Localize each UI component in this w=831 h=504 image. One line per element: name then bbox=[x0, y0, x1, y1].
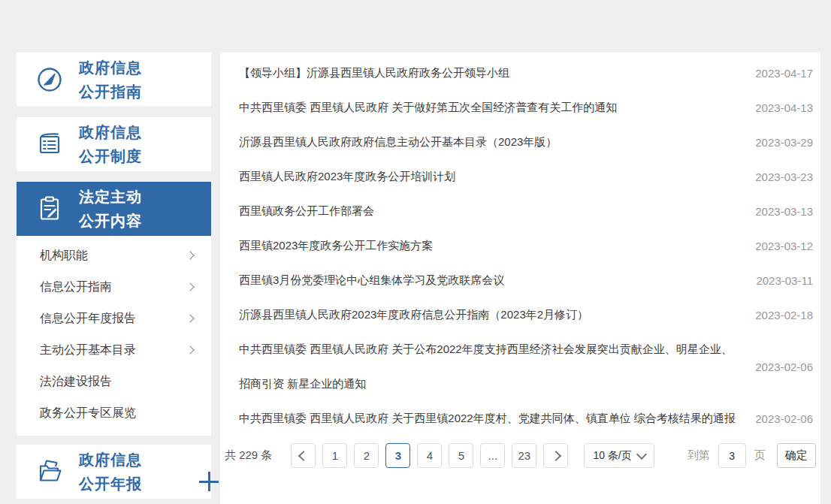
compass-icon bbox=[34, 65, 65, 95]
page-button[interactable]: 4 bbox=[417, 443, 442, 468]
chevron-right-icon bbox=[186, 282, 194, 291]
news-date: 2023-03-29 bbox=[755, 136, 813, 149]
news-list: 【领导小组】沂源县西里镇人民政府政务公开领导小组 2023-04-17 中共西里… bbox=[220, 53, 820, 436]
submenu-label: 信息公开年度报告 bbox=[40, 311, 136, 327]
chevron-right-icon bbox=[186, 314, 194, 322]
page-size-select[interactable]: 10 条/页 bbox=[584, 443, 654, 468]
news-date: 2023-03-23 bbox=[755, 171, 813, 183]
sidebar-item-label: 政府信息 公开制度 bbox=[79, 120, 142, 168]
news-date: 2023-04-17 bbox=[755, 67, 813, 80]
news-row: 西里镇人民政府2023年度政务公开培训计划 2023-03-23 bbox=[239, 159, 813, 194]
page-size-value: 10 条/页 bbox=[593, 449, 631, 463]
news-title[interactable]: 西里镇3月份党委理论中心组集体学习及党政联席会议 bbox=[239, 263, 756, 297]
news-title[interactable]: 西里镇政务公开工作部署会 bbox=[239, 194, 755, 228]
chevron-down-icon bbox=[636, 448, 647, 459]
next-page-button[interactable] bbox=[543, 443, 568, 468]
submenu-item[interactable]: 信息公开年度报告 bbox=[17, 303, 211, 334]
prev-page-button[interactable] bbox=[291, 443, 316, 468]
chevron-left-icon bbox=[298, 450, 309, 460]
confirm-button[interactable]: 确定 bbox=[777, 443, 816, 468]
sidebar-item-gov-info-system[interactable]: 政府信息 公开制度 bbox=[17, 117, 211, 171]
news-title[interactable]: 中共西里镇委 西里镇人民政府 关于做好第五次全国经济普查有关工作的通知 bbox=[239, 90, 755, 125]
news-title[interactable]: 【领导小组】沂源县西里镇人民政府政务公开领导小组 bbox=[239, 56, 755, 90]
sidebar-item-label: 政府信息 公开年报 bbox=[79, 448, 142, 496]
news-title[interactable]: 中共西里镇委 西里镇人民政府 关于公布2022年度支持西里经济社会发展突出贡献企… bbox=[239, 332, 755, 401]
news-title[interactable]: 沂源县西里镇人民政府政府信息主动公开基本目录（2023年版） bbox=[239, 125, 755, 159]
news-row: 西里镇3月份党委理论中心组集体学习及党政联席会议 2023-03-11 bbox=[239, 263, 813, 297]
news-row: 沂源县西里镇人民政府政府信息主动公开基本目录（2023年版） 2023-03-2… bbox=[239, 125, 813, 159]
page-button[interactable]: 5 bbox=[449, 443, 473, 468]
sidebar-item-gov-info-guide[interactable]: 政府信息 公开指南 bbox=[17, 53, 211, 107]
submenu-item[interactable]: 法治建设报告 bbox=[17, 366, 211, 397]
submenu-item[interactable]: 信息公开指南 bbox=[17, 271, 211, 303]
submenu-label: 机构职能 bbox=[40, 248, 88, 264]
page-button[interactable]: 1 bbox=[322, 443, 347, 468]
news-date: 2023-02-06 bbox=[755, 361, 813, 373]
chevron-right-icon bbox=[186, 251, 194, 259]
total-count: 共 229 条 bbox=[225, 448, 272, 463]
submenu-item[interactable]: 主动公开基本目录 bbox=[17, 334, 211, 366]
pagination-ellipsis[interactable]: ... bbox=[480, 443, 505, 468]
sidebar-item-label: 法定主动 公开内容 bbox=[79, 185, 142, 233]
submenu-label: 政务公开专区展览 bbox=[40, 406, 136, 421]
chevron-right-icon bbox=[186, 346, 194, 354]
news-row: 中共西里镇委 西里镇人民政府 关于西里镇2022年度村、党建共同体、镇直单位 综… bbox=[239, 401, 813, 436]
submenu-item[interactable]: 政务公开专区展览 bbox=[17, 397, 211, 429]
page-button[interactable]: 23 bbox=[512, 443, 536, 468]
news-title[interactable]: 沂源县西里镇人民政府2023年度政府信息公开指南（2023年2月修订） bbox=[239, 297, 755, 332]
sidebar-item-statutory-disclosure[interactable]: 法定主动 公开内容 bbox=[17, 182, 211, 236]
clipboard-pen-icon bbox=[34, 194, 65, 224]
ledger-icon bbox=[34, 129, 65, 159]
goto-page-label: 到第 bbox=[687, 448, 710, 463]
news-date: 2023-04-13 bbox=[755, 101, 813, 114]
sidebar-item-annual-report[interactable]: 政府信息 公开年报 bbox=[17, 445, 211, 499]
submenu-label: 主动公开基本目录 bbox=[40, 343, 136, 358]
page-button[interactable]: 3 bbox=[385, 443, 410, 468]
news-date: 2023-03-13 bbox=[755, 205, 813, 218]
news-row: 中共西里镇委 西里镇人民政府 关于做好第五次全国经济普查有关工作的通知 2023… bbox=[239, 90, 813, 125]
news-row: 沂源县西里镇人民政府2023年度政府信息公开指南（2023年2月修订） 2023… bbox=[239, 297, 813, 332]
news-title[interactable]: 西里镇2023年度政务公开工作实施方案 bbox=[239, 228, 755, 263]
sidebar-submenu: 机构职能 信息公开指南 信息公开年度报告 主动公开基本目录 法治建设报告 政务公… bbox=[17, 236, 211, 436]
goto-page: 到第 页 确定 bbox=[687, 443, 816, 468]
news-title[interactable]: 中共西里镇委 西里镇人民政府 关于西里镇2022年度村、党建共同体、镇直单位 综… bbox=[239, 401, 755, 436]
sidebar: 政府信息 公开指南 政府信息 公开制度 bbox=[17, 53, 211, 504]
submenu-label: 信息公开指南 bbox=[40, 279, 112, 295]
news-date: 2023-03-11 bbox=[756, 274, 813, 287]
goto-page-input[interactable] bbox=[718, 443, 746, 468]
sidebar-item-label: 政府信息 公开指南 bbox=[79, 56, 142, 104]
page: 政府信息 公开指南 政府信息 公开制度 bbox=[0, 0, 831, 504]
news-date: 2023-03-12 bbox=[755, 240, 813, 252]
news-row: 西里镇2023年度政务公开工作实施方案 2023-03-12 bbox=[239, 228, 813, 263]
page-buttons: 12345...23 bbox=[322, 443, 543, 468]
goto-page-suffix: 页 bbox=[754, 448, 766, 463]
news-title[interactable]: 西里镇人民政府2023年度政务公开培训计划 bbox=[239, 159, 755, 194]
chevron-right-icon bbox=[551, 450, 561, 460]
content-panel: 【领导小组】沂源县西里镇人民政府政务公开领导小组 2023-04-17 中共西里… bbox=[220, 53, 820, 504]
news-date: 2023-02-18 bbox=[755, 309, 813, 321]
news-row: 西里镇政务公开工作部署会 2023-03-13 bbox=[239, 194, 813, 228]
submenu-item[interactable]: 机构职能 bbox=[17, 240, 211, 271]
news-row: 中共西里镇委 西里镇人民政府 关于公布2022年度支持西里经济社会发展突出贡献企… bbox=[239, 332, 813, 401]
news-date: 2023-02-06 bbox=[755, 412, 813, 425]
folder-documents-icon bbox=[34, 457, 65, 487]
pagination: 共 229 条 12345...23 10 条/页 到第 页 确定 bbox=[220, 443, 820, 468]
submenu-label: 法治建设报告 bbox=[40, 374, 112, 390]
page-button[interactable]: 2 bbox=[354, 443, 379, 468]
news-row: 【领导小组】沂源县西里镇人民政府政务公开领导小组 2023-04-17 bbox=[239, 56, 813, 90]
